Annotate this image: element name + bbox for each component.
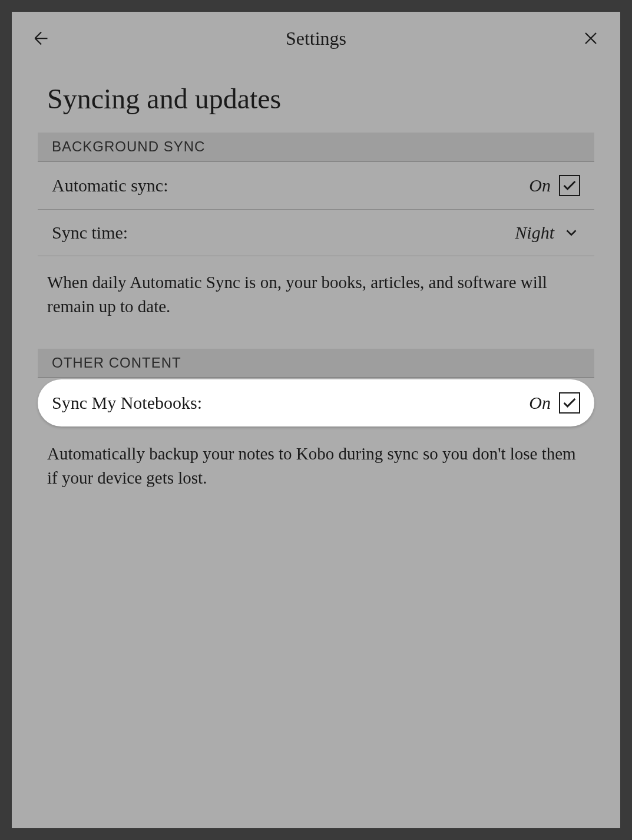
- sync-notebooks-label: Sync My Notebooks:: [52, 393, 202, 413]
- other-content-description: Automatically backup your notes to Kobo …: [12, 428, 620, 512]
- sync-time-dropdown[interactable]: [562, 224, 580, 242]
- checkmark-icon: [561, 177, 578, 194]
- sync-notebooks-checkbox[interactable]: [559, 392, 580, 414]
- automatic-sync-checkbox[interactable]: [559, 175, 580, 196]
- sync-notebooks-value-group: On: [529, 392, 580, 414]
- background-sync-description: When daily Automatic Sync is on, your bo…: [12, 256, 620, 340]
- checkmark-icon: [561, 395, 578, 411]
- arrow-left-icon: [31, 28, 52, 49]
- sync-notebooks-row[interactable]: Sync My Notebooks: On: [38, 379, 594, 426]
- automatic-sync-label: Automatic sync:: [52, 176, 168, 196]
- close-icon: [580, 28, 601, 49]
- chevron-down-icon: [562, 224, 580, 242]
- back-button[interactable]: [29, 27, 53, 50]
- automatic-sync-value: On: [529, 176, 551, 196]
- sync-notebooks-value: On: [529, 393, 551, 413]
- settings-header: Settings: [12, 12, 620, 65]
- sync-time-value-group: Night: [515, 223, 580, 243]
- page-title: Syncing and updates: [12, 65, 620, 133]
- sync-time-row[interactable]: Sync time: Night: [38, 210, 594, 256]
- sync-time-label: Sync time:: [52, 223, 128, 243]
- automatic-sync-value-group: On: [529, 175, 580, 196]
- header-title: Settings: [53, 28, 579, 49]
- sync-time-value: Night: [515, 223, 554, 243]
- section-header-background-sync: BACKGROUND SYNC: [38, 133, 594, 162]
- automatic-sync-row[interactable]: Automatic sync: On: [38, 162, 594, 210]
- close-button[interactable]: [579, 27, 603, 50]
- section-header-other-content: OTHER CONTENT: [38, 349, 594, 378]
